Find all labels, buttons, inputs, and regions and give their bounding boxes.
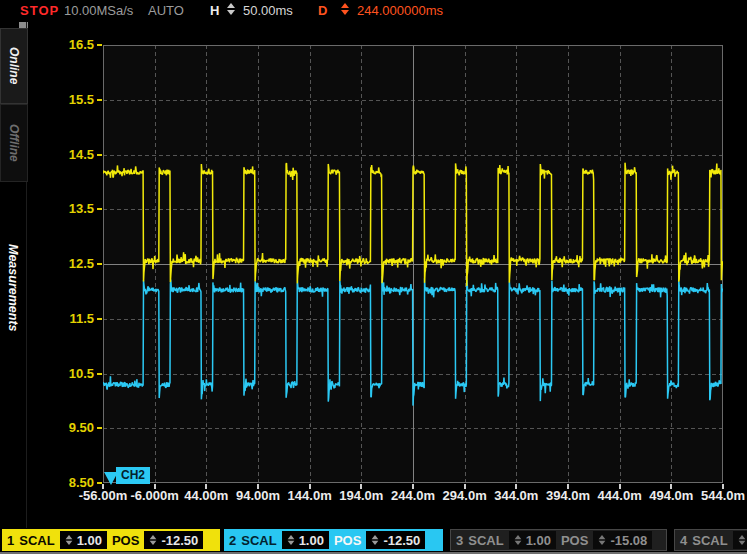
channel-2-controls: 2 SCAL 1.00 POS -12.50 [224, 529, 443, 551]
y-axis-label: 11.5 [50, 310, 94, 328]
x-axis-tick [567, 484, 569, 489]
channel-3-controls: 3 SCAL 1.00 POS -15.08 [450, 529, 667, 551]
channel-2-scale-field[interactable]: 1.00 [282, 531, 329, 549]
stepper-icon [150, 535, 157, 545]
y-axis-tick [97, 208, 102, 210]
waveform-display[interactable] [103, 45, 723, 483]
x-axis-label: -56.00m [79, 488, 127, 503]
x-axis-label: 394.0m [546, 488, 590, 503]
channel-1-button[interactable]: 1 [7, 533, 14, 548]
tab-offline[interactable]: Offline [0, 104, 28, 182]
channel-4-controls: 4 SCAL [674, 529, 747, 551]
y-axis-label: 16.5 [50, 36, 94, 54]
channel-1-position-value: -12.50 [161, 533, 198, 548]
topbar: STOP 10.00MSa/s AUTO H 50.00ms D 244.000… [0, 0, 747, 22]
channel-3-button[interactable]: 3 [456, 533, 463, 548]
channel-3-scale-value: 1.00 [526, 533, 551, 548]
horizontal-scale-label: H [210, 3, 219, 18]
horizontal-scale-stepper-icon[interactable] [227, 3, 235, 15]
channel-3-scale-label: SCAL [468, 533, 503, 548]
y-axis-tick [97, 44, 102, 46]
y-axis-label: 13.5 [50, 200, 94, 218]
x-axis-tick [619, 484, 621, 489]
channel-3-scale-field[interactable]: 1.00 [509, 531, 556, 549]
y-axis-label: 9.50 [50, 419, 94, 437]
y-axis-tick [97, 263, 102, 265]
x-axis-label: 194.0m [339, 488, 383, 503]
measurements-section[interactable]: Measurements [0, 200, 26, 375]
x-axis-tick [154, 484, 156, 489]
stepper-icon [599, 535, 606, 545]
x-axis-tick [670, 484, 672, 489]
x-axis-tick [257, 484, 259, 489]
stepper-icon [514, 535, 521, 545]
sample-rate-readout: 10.00MSa/s [64, 3, 133, 18]
ch2-position-badge[interactable]: CH2 [116, 467, 150, 484]
y-axis-label: 10.5 [50, 365, 94, 383]
channel-bar: 1 SCAL 1.00 POS -12.50 2 SCAL 1.00 POS -… [0, 529, 747, 552]
x-axis-label: 44.00m [184, 488, 228, 503]
stepper-icon [65, 535, 72, 545]
channel-1-position-field[interactable]: -12.50 [144, 531, 203, 549]
trigger-mode-indicator[interactable]: AUTO [148, 3, 184, 18]
x-axis-label: 344.0m [494, 488, 538, 503]
channel-1-scale-label: SCAL [19, 533, 54, 548]
y-axis-label: 15.5 [50, 91, 94, 109]
stepper-icon [372, 535, 379, 545]
tab-online[interactable]: Online [0, 28, 28, 104]
stepper-icon [287, 535, 294, 545]
channel-1-position-label: POS [112, 533, 139, 548]
channel-1-scale-value: 1.00 [77, 533, 102, 548]
oscilloscope-app: STOP 10.00MSa/s AUTO H 50.00ms D 244.000… [0, 0, 747, 554]
x-axis-label: 294.0m [443, 488, 487, 503]
channel-2-position-label: POS [334, 533, 361, 548]
horizontal-scale-value[interactable]: 50.00ms [243, 3, 293, 18]
channel-2-button[interactable]: 2 [229, 533, 236, 548]
channel-2-position-field[interactable]: -12.50 [366, 531, 425, 549]
channel-2-scale-value: 1.00 [299, 533, 324, 548]
x-axis-tick [515, 484, 517, 489]
y-axis-label: 14.5 [50, 146, 94, 164]
channel-2-position-value: -12.50 [383, 533, 420, 548]
x-axis-label: 444.0m [598, 488, 642, 503]
y-axis-tick [97, 318, 102, 320]
x-axis-label: -6.000m [130, 488, 178, 503]
y-axis-tick [97, 154, 102, 156]
x-axis-label: 244.0m [391, 488, 435, 503]
x-axis-tick [412, 484, 414, 489]
x-axis-tick [360, 484, 362, 489]
y-axis-tick [97, 373, 102, 375]
channel-1-scale-field[interactable]: 1.00 [60, 531, 107, 549]
y-axis-tick [97, 99, 102, 101]
run-stop-indicator[interactable]: STOP [20, 3, 59, 18]
x-axis-label: 94.00m [236, 488, 280, 503]
channel-3-position-label: POS [561, 533, 588, 548]
channel-1-controls: 1 SCAL 1.00 POS -12.50 [2, 529, 220, 551]
x-axis-label: 144.0m [288, 488, 332, 503]
y-axis-label: 12.5 [50, 255, 94, 273]
measurements-label: Measurements [6, 244, 20, 332]
y-axis-tick [97, 427, 102, 429]
delay-label: D [318, 3, 327, 18]
x-axis-label: 544.0m [701, 488, 745, 503]
delay-stepper-icon[interactable] [341, 3, 349, 15]
channel-3-position-field[interactable]: -15.08 [593, 531, 652, 549]
stepper-icon [738, 535, 745, 545]
tab-offline-label: Offline [7, 124, 21, 162]
x-axis-tick [722, 484, 724, 489]
x-axis-tick [464, 484, 466, 489]
channel-3-position-value: -15.08 [610, 533, 647, 548]
channel-4-scale-field[interactable] [733, 531, 747, 549]
x-axis-label: 494.0m [649, 488, 693, 503]
tab-online-label: Online [7, 47, 21, 84]
channel-4-scale-label: SCAL [692, 533, 727, 548]
channel-4-button[interactable]: 4 [680, 533, 687, 548]
x-axis-tick [205, 484, 207, 489]
channel-2-scale-label: SCAL [241, 533, 276, 548]
x-axis-tick [309, 484, 311, 489]
delay-value[interactable]: 244.000000ms [357, 3, 443, 18]
